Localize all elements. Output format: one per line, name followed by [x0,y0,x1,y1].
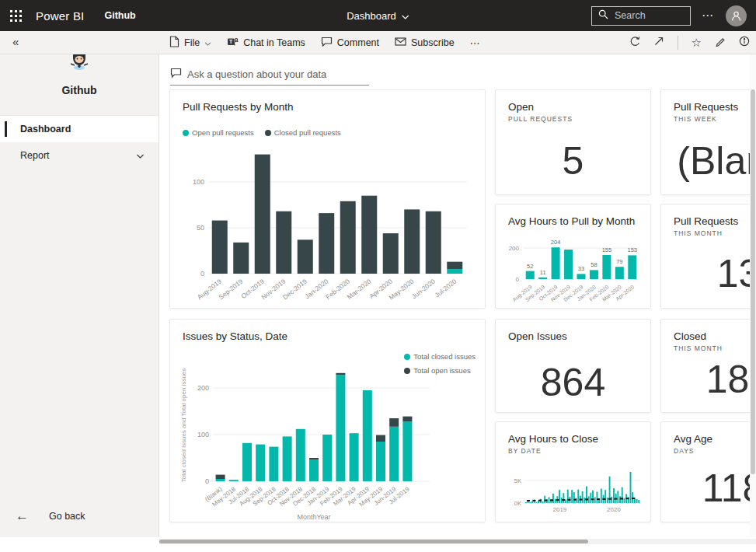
collapse-pane-icon[interactable]: « [12,35,19,48]
focus-mode-icon[interactable] [653,36,664,50]
tile-title: Pull Requests by Month [183,101,472,113]
tile-pull-requests-by-month[interactable]: Pull Requests by Month Open pull request… [169,89,486,309]
svg-text:Total closed issues and Total: Total closed issues and Total open issue… [180,369,187,483]
chart-legend: Open pull requests Closed pull requests [183,128,472,137]
card-title: Open Issues [508,330,638,342]
tile-issues-by-status-date[interactable]: Issues by Status, Date Total closed issu… [169,319,486,522]
workspace-avatar-octocat [68,61,91,74]
card-avg-age-days[interactable]: Avg Age DAYS 118. [660,421,750,522]
card-value: 13 [661,251,750,296]
svg-text:200: 200 [509,245,520,252]
card-title: Avg Age [674,433,750,445]
sidebar-item-label: Dashboard [20,124,71,135]
page-selector[interactable]: Dashboard [347,10,409,22]
svg-text:2020: 2020 [607,506,621,513]
file-menu-label: File [184,37,200,48]
svg-text:200: 200 [197,384,209,392]
svg-text:33: 33 [578,265,584,272]
left-navigation-pane: Github Dashboard Report ← Go back [0,31,159,537]
svg-text:153: 153 [628,246,638,253]
bar-chart-pull-requests: 050100Aug-2019Sep-2019Oct-2019Nov-2019De… [181,151,472,309]
comment-button[interactable]: Comment [321,37,379,49]
svg-text:79: 79 [616,258,622,265]
go-back-label: Go back [49,511,85,522]
favorite-star-icon[interactable]: ☆ [692,36,702,50]
svg-text:Jun-2020: Jun-2020 [410,278,437,301]
svg-text:0: 0 [200,270,204,278]
tile-title: Avg Hours to Close [508,433,638,445]
comment-label: Comment [337,37,379,48]
waffle-menu-icon[interactable] [0,0,31,31]
sidebar-item-report[interactable]: Report [0,142,159,169]
user-avatar[interactable] [726,5,747,26]
card-subtitle: THIS MONTH [674,229,750,237]
file-icon [169,36,179,50]
svg-text:58: 58 [591,261,597,268]
tile-avg-hours-to-close[interactable]: Avg Hours to Close BY DATE 0K5K20192020 [495,421,651,522]
card-pull-requests-this-month[interactable]: Pull Requests THIS MONTH 13 [660,204,750,309]
info-icon[interactable] [739,36,750,50]
search-input[interactable] [615,10,677,21]
chevron-down-icon[interactable] [136,150,145,161]
teams-icon: T [227,37,239,50]
go-back-button[interactable]: ← Go back [0,503,159,529]
edit-pencil-icon[interactable] [715,36,726,50]
svg-text:Jul-2020: Jul-2020 [434,278,458,299]
card-value: 864 [496,360,650,405]
svg-text:11: 11 [540,269,546,276]
legend-label: Open pull requests [192,128,254,137]
search-box[interactable] [591,6,691,26]
svg-text:155: 155 [602,246,612,253]
dashboard-canvas: Pull Requests by Month Open pull request… [159,54,750,537]
more-options-icon[interactable]: ⋯ [702,9,715,23]
card-pull-requests-this-week[interactable]: Pull Requests THIS WEEK (Blank) [660,89,750,195]
svg-text:T: T [229,39,233,44]
selected-indicator [5,121,7,137]
svg-text:5K: 5K [514,477,521,484]
file-menu-button[interactable]: File [169,36,211,50]
svg-text:50: 50 [197,224,204,232]
tile-title: Avg Hours to Pull by Month [508,215,638,227]
card-value: (Blank) [661,138,750,183]
vertical-scrollbar-thumb[interactable] [751,89,755,474]
svg-text:Dec-2019: Dec-2019 [281,278,308,302]
svg-text:100: 100 [193,178,204,186]
refresh-icon[interactable] [629,36,640,51]
search-icon [598,9,608,23]
spark-chart-avg-hours-close: 0K5K20192020 [505,461,645,517]
speech-bubble-icon [170,67,182,81]
sidebar-item-dashboard[interactable]: Dashboard [0,116,159,142]
card-open-pull-requests[interactable]: Open PULL REQUESTS 5 [495,89,651,195]
card-value: 118. [661,466,750,511]
chevron-down-icon [204,37,211,48]
svg-text:52: 52 [527,263,533,270]
workspace-title: Github [0,84,159,96]
card-title: Pull Requests [674,101,750,113]
card-open-issues[interactable]: Open Issues 864 [495,319,651,413]
chat-in-teams-button[interactable]: T Chat in Teams [227,37,305,50]
chat-in-teams-label: Chat in Teams [243,37,305,48]
card-subtitle: THIS WEEK [674,115,750,123]
horizontal-scrollbar[interactable] [159,539,756,544]
card-value: 5 [496,138,650,183]
workspace-name[interactable]: Github [104,10,135,21]
subscribe-button[interactable]: Subscribe [395,37,455,48]
svg-text:2019: 2019 [553,506,567,513]
qa-question-bar[interactable] [170,67,369,86]
qa-input[interactable] [187,68,358,80]
toolbar-more-icon[interactable]: ⋯ [470,37,482,49]
subscribe-label: Subscribe [411,37,455,48]
app-title[interactable]: Power BI [36,9,84,23]
card-closed-this-month[interactable]: Closed THIS MONTH 183 [660,319,750,413]
vertical-scrollbar[interactable] [750,54,756,537]
tile-avg-hours-to-pull[interactable]: Avg Hours to Pull by Month 020052Aug-201… [495,204,651,309]
horizontal-scrollbar-thumb[interactable] [159,540,588,543]
svg-text:Sep-2019: Sep-2019 [217,278,244,302]
card-title: Pull Requests [674,215,750,227]
card-title: Open [508,101,638,113]
legend-label: Closed pull requests [274,128,341,137]
bar-chart-avg-hours-pull: 020052Aug-201911Sep-2019204Oct-2019Nov-2… [505,234,643,307]
card-subtitle: THIS MONTH [674,344,750,352]
svg-text:0K: 0K [514,500,521,507]
svg-text:MonthYear: MonthYear [297,513,330,521]
